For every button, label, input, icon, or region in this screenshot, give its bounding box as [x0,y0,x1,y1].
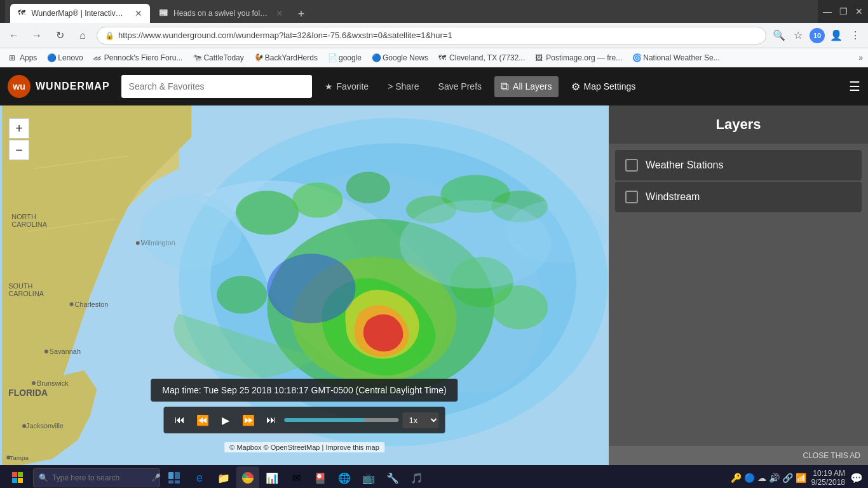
zoom-in-button[interactable]: + [9,118,29,139]
tray-icon-1[interactable]: 🔑 [731,473,742,483]
nws-favicon: 🌀 [632,53,641,62]
backyard-favicon: 🐓 [254,53,263,62]
menu-icon[interactable]: ⋮ [848,28,863,43]
search-input[interactable] [121,75,312,98]
extension-icon[interactable]: 10 [810,28,825,43]
skip-to-start-button[interactable]: ⏮ [170,410,189,430]
bookmark-pennocks[interactable]: 🏎 Pennock's Fiero Foru... [90,52,187,64]
taskbar-stream-icon[interactable]: 📺 [357,466,380,488]
svg-text:NORTH: NORTH [11,213,36,220]
weather-stations-checkbox[interactable] [625,159,638,172]
all-layers-button[interactable]: ⧉ All Layers [494,76,558,97]
taskbar-browser-icon2[interactable]: 🌐 [333,466,356,488]
zoom-out-button[interactable]: − [9,140,29,160]
gear-icon: ⚙ [571,81,580,93]
tab1-title: WunderMap® | Interactive Weat... [31,9,127,18]
map-area[interactable]: NORTH CAROLINA SOUTH CAROLINA FLORIDA Wi… [0,105,609,465]
bookmark-cattletoday[interactable]: 🐄 CattleToday [189,52,247,64]
tab2-close[interactable]: ✕ [276,8,283,18]
close-ad-button[interactable]: CLOSE THIS AD [609,446,868,465]
tab-2[interactable]: 📰 Heads on a swivel you folks on E... ✕ [151,4,291,23]
bookmark-lenovo[interactable]: 🔵 Lenovo [43,52,86,64]
map-time-tooltip: Map time: Tue Sep 25 2018 10:18:17 GMT-0… [151,379,458,402]
bookmark-google[interactable]: 📄 google [324,52,365,64]
menu-hamburger-button[interactable]: ☰ [849,79,860,94]
nav-icons: 🔍 ☆ 10 👤 ⋮ [771,28,863,43]
taskbar-pinned-icons: e 📁 📊 ✉ 🎴 🌐 📺 [188,466,428,488]
svg-point-23 [236,191,299,235]
bookmark-postimage-label: Postimage.org — fre... [546,53,622,62]
bookmark-nws[interactable]: 🌀 National Weather Se... [628,52,724,64]
taskbar-solitaire-icon[interactable]: 🎴 [309,466,332,488]
close-button[interactable]: ✕ [855,6,863,17]
svg-text:Tampa: Tampa [10,454,29,461]
home-button[interactable]: ⌂ [74,27,92,44]
windstream-layer[interactable]: Windstream [615,182,862,212]
tray-icon-2[interactable]: 🔵 [744,473,755,483]
favorite-button[interactable]: ★ Favorite [318,78,376,95]
taskbar-outlook-icon[interactable]: 📊 [261,466,283,488]
taskbar-clock[interactable]: 10:19 AM 9/25/2018 [811,469,845,487]
search-icon[interactable]: 🔍 [771,28,787,43]
tab-1[interactable]: 🗺 WunderMap® | Interactive Weat... ✕ [10,4,150,23]
taskbar-chrome-icon[interactable] [236,466,259,488]
taskbar-edge-icon[interactable]: e [188,466,211,488]
svg-point-29 [217,276,267,314]
rewind-button[interactable]: ⏪ [193,410,212,430]
tray-icon-5[interactable]: 🔗 [782,473,793,483]
cattle-favicon: 🐄 [193,53,201,62]
skip-to-end-button[interactable]: ⏭ [262,410,281,430]
windstream-checkbox[interactable] [625,191,638,203]
fast-forward-button[interactable]: ⏩ [239,410,258,430]
tab1-close[interactable]: ✕ [135,8,142,18]
bookmark-googlenews-label: Google News [383,53,428,62]
notifications-button[interactable]: 💬 [850,472,863,484]
svg-point-22 [267,254,355,323]
new-tab-button[interactable]: + [292,5,310,23]
address-bar[interactable]: 🔒 https://www.wunderground.com/wundermap… [97,27,766,44]
bookmark-postimage[interactable]: 🖼 Postimage.org — fre... [531,52,626,64]
tray-icon-3[interactable]: ☁ [757,473,766,483]
svg-point-8 [70,302,74,306]
taskbar-search[interactable]: 🔍 🎤 [33,468,160,487]
taskbar-task-view[interactable] [163,466,186,488]
taskbar-tool-icon[interactable]: 🔧 [381,466,404,488]
weather-stations-label: Weather Stations [646,159,723,171]
play-pause-button[interactable]: ▶ [216,410,235,430]
taskbar: 🔍 🎤 e 📁 📊 [0,465,868,488]
map-settings-button[interactable]: ⚙ Map Settings [565,77,642,97]
minimize-button[interactable]: — [823,6,832,17]
taskbar-mail-icon[interactable]: ✉ [285,466,308,488]
map-time-text: Map time: Tue Sep 25 2018 10:18:17 GMT-0… [162,385,446,395]
bookmarks-more-button[interactable]: » [858,53,863,62]
timeline-slider[interactable] [285,418,399,422]
browser-chrome: 🗺 WunderMap® | Interactive Weat... ✕ 📰 H… [0,0,868,67]
svg-rect-35 [12,472,17,477]
bookmark-backyardherds[interactable]: 🐓 BackYardHerds [250,52,322,64]
music-icon: 🎵 [410,472,423,484]
tray-icon-wifi[interactable]: 📶 [796,473,806,483]
bookmark-apps-label: Apps [20,53,37,62]
user-icon[interactable]: 👤 [829,28,844,43]
save-prefs-button[interactable]: Save Prefs [432,78,488,95]
taskbar-music-icon[interactable]: 🎵 [405,466,428,488]
back-button[interactable]: ← [5,27,23,44]
layers-title: Layers [716,116,761,133]
bookmark-cleveland[interactable]: 🗺 Cleveland, TX (7732... [435,52,529,64]
svg-text:FLORIDA: FLORIDA [8,388,48,398]
taskbar-search-input[interactable] [52,473,147,482]
maximize-button[interactable]: ❐ [839,6,848,17]
bookmark-apps[interactable]: ⊞ Apps [5,52,41,64]
taskbar-explorer-icon[interactable]: 📁 [212,466,235,488]
weather-stations-layer[interactable]: Weather Stations [615,150,862,180]
bookmark-googlenews[interactable]: 🔵 Google News [368,52,432,64]
svg-rect-38 [18,478,23,483]
tray-icon-4[interactable]: 🔊 [769,473,780,483]
forward-button[interactable]: → [28,27,46,44]
speed-selector[interactable]: 1x 0.5x 2x [403,412,439,428]
start-button[interactable] [5,465,31,488]
share-button[interactable]: > Share [381,78,425,95]
refresh-button[interactable]: ↻ [51,27,69,44]
bookmark-icon[interactable]: ☆ [790,28,806,43]
svg-rect-40 [175,472,180,479]
